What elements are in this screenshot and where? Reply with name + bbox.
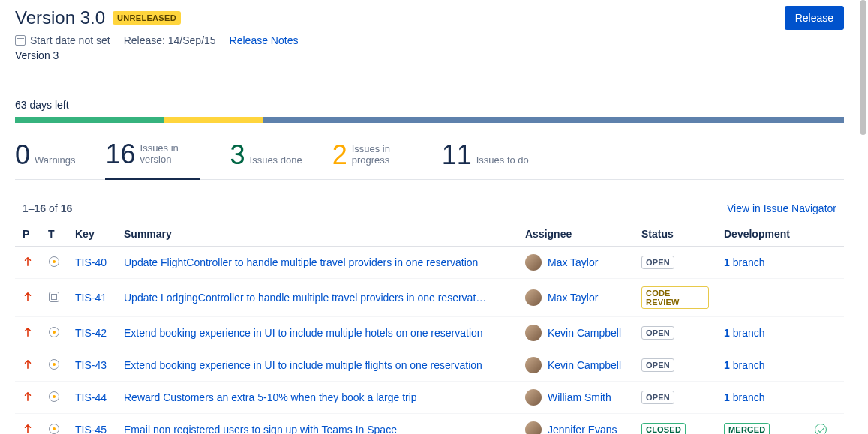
table-row: TIS-44Reward Customers an extra 5-10% wh…: [15, 382, 844, 414]
branch-link[interactable]: 1 branch: [724, 327, 765, 339]
issue-key-link[interactable]: TIS-41: [75, 292, 107, 304]
type-icon: [41, 349, 68, 382]
branch-link[interactable]: 1 branch: [724, 359, 765, 371]
progress-bar: [15, 117, 844, 123]
col-status[interactable]: Status: [634, 222, 716, 247]
branch-link[interactable]: 1 branch: [724, 256, 765, 268]
issue-summary-link[interactable]: Email non registered users to sign up wi…: [124, 424, 397, 434]
assignee-link[interactable]: William Smith: [548, 391, 611, 403]
status-badge: CLOSED: [641, 423, 686, 434]
release-button[interactable]: Release: [785, 6, 844, 30]
col-type[interactable]: T: [41, 222, 68, 247]
stat-issues-done[interactable]: 3 Issues done: [230, 141, 302, 179]
stat-issues-version[interactable]: 16 Issues in version: [105, 141, 200, 180]
stat-warnings-count: 0: [15, 142, 30, 169]
release-date: Release: 14/Sep/15: [124, 34, 216, 46]
priority-icon: [15, 317, 41, 349]
status-badge: OPEN: [641, 358, 674, 372]
issue-summary-link[interactable]: Update LodgingController to handle multi…: [124, 292, 486, 304]
calendar-icon: [15, 35, 26, 46]
col-summary[interactable]: Summary: [116, 222, 518, 247]
stat-issues-done-count: 3: [230, 142, 245, 169]
status-badge: CODE REVIEW: [641, 286, 709, 309]
assignee-link[interactable]: Jennifer Evans: [548, 424, 617, 434]
stat-issues-todo-label: Issues to do: [476, 154, 529, 169]
status-badge: OPEN: [641, 256, 674, 269]
assignee-link[interactable]: Kevin Campbell: [548, 327, 621, 339]
issue-summary-link[interactable]: Update FlightController to handle multip…: [124, 256, 478, 268]
type-icon: [41, 247, 68, 279]
priority-icon: [15, 247, 41, 279]
assignee-link[interactable]: Max Taylor: [548, 256, 598, 268]
status-badge: OPEN: [641, 326, 674, 340]
issue-summary-link[interactable]: Reward Customers an extra 5-10% when the…: [124, 391, 417, 403]
col-priority[interactable]: P: [15, 222, 41, 247]
table-row: TIS-42Extend booking experience in UI to…: [15, 317, 844, 349]
progress-done-segment: [15, 117, 164, 123]
stat-warnings-label: Warnings: [35, 154, 75, 169]
page-title: Version 3.0: [15, 7, 105, 28]
start-date-label: Start date not set: [30, 34, 110, 46]
assignee-link[interactable]: Kevin Campbell: [548, 359, 621, 371]
stat-issues-version-count: 16: [105, 141, 135, 168]
type-icon: [41, 382, 68, 414]
issue-key-link[interactable]: TIS-42: [75, 327, 107, 339]
days-left-label: 63 days left: [15, 99, 844, 111]
avatar: [525, 325, 542, 341]
stat-issues-progress-count: 2: [332, 142, 347, 169]
avatar: [525, 421, 542, 434]
table-row: TIS-41Update LodgingController to handle…: [15, 279, 844, 317]
avatar: [525, 389, 542, 406]
type-icon: [41, 414, 68, 435]
stat-issues-progress[interactable]: 2 Issues in progress: [332, 141, 412, 179]
table-row: TIS-40Update FlightController to handle …: [15, 247, 844, 279]
issue-summary-link[interactable]: Extend booking experience in UI to inclu…: [124, 359, 482, 371]
issues-table: P T Key Summary Assignee Status Developm…: [15, 222, 844, 434]
stat-issues-done-label: Issues done: [250, 154, 302, 169]
progress-todo-segment: [263, 117, 844, 123]
scrollbar-thumb[interactable]: [860, 0, 866, 135]
priority-icon: [15, 279, 41, 317]
priority-icon: [15, 349, 41, 382]
type-icon: [41, 317, 68, 349]
type-icon: [41, 279, 68, 317]
stat-issues-progress-label: Issues in progress: [352, 143, 412, 169]
pager-label: 1–16 of 16: [23, 202, 72, 214]
priority-icon: [15, 382, 41, 414]
issue-key-link[interactable]: TIS-43: [75, 359, 107, 371]
version-description: Version 3: [15, 49, 844, 61]
stat-issues-todo-count: 11: [442, 142, 472, 169]
stat-issues-todo[interactable]: 11 Issues to do: [442, 141, 529, 179]
stat-warnings[interactable]: 0 Warnings: [15, 141, 75, 179]
avatar: [525, 254, 542, 271]
table-row: TIS-43Extend booking experience in UI to…: [15, 349, 844, 382]
progress-inprogress-segment: [164, 117, 264, 123]
col-assignee[interactable]: Assignee: [518, 222, 634, 247]
merged-badge: MERGED: [724, 423, 770, 434]
status-badge-unreleased: UNRELEASED: [113, 11, 181, 25]
check-icon: [815, 424, 827, 434]
col-key[interactable]: Key: [68, 222, 116, 247]
col-development[interactable]: Development: [716, 222, 844, 247]
issue-key-link[interactable]: TIS-44: [75, 391, 107, 403]
avatar: [525, 357, 542, 373]
issue-key-link[interactable]: TIS-40: [75, 256, 107, 268]
status-badge: OPEN: [641, 391, 674, 404]
stat-issues-version-label: Issues in version: [140, 142, 200, 168]
branch-link[interactable]: 1 branch: [724, 391, 765, 403]
issue-key-link[interactable]: TIS-45: [75, 424, 107, 434]
release-notes-link[interactable]: Release Notes: [230, 34, 299, 46]
issue-summary-link[interactable]: Extend booking experience in UI to inclu…: [124, 327, 483, 339]
table-row: TIS-45Email non registered users to sign…: [15, 414, 844, 435]
priority-icon: [15, 414, 41, 435]
start-date[interactable]: Start date not set: [15, 34, 110, 46]
view-in-navigator-link[interactable]: View in Issue Navigator: [727, 202, 836, 214]
avatar: [525, 289, 542, 306]
assignee-link[interactable]: Max Taylor: [548, 292, 598, 304]
